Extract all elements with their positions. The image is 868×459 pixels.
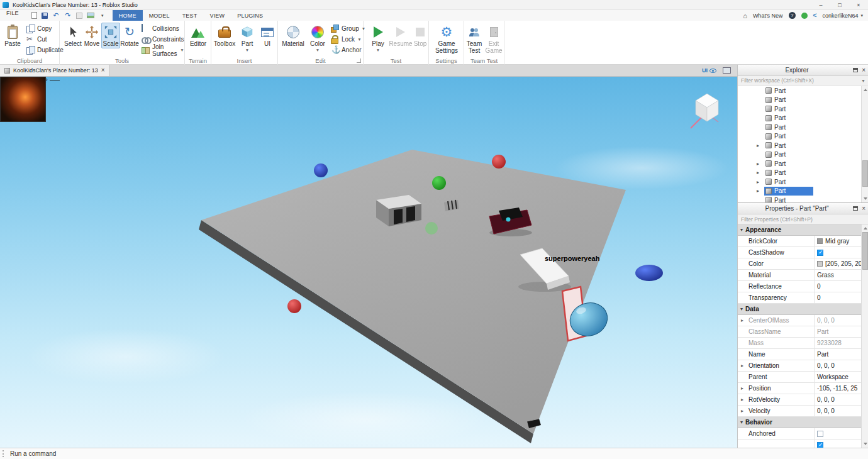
property-value[interactable]: [205, 205, 20... <box>815 258 861 269</box>
float-panel-icon[interactable] <box>853 206 858 211</box>
sphere-part-blue-2[interactable] <box>635 265 663 281</box>
terrain-editor-button[interactable]: Editor <box>187 23 209 48</box>
property-value[interactable]: 0, 0, 0 <box>815 360 861 371</box>
property-value[interactable]: 0, 0, 0 <box>815 394 861 405</box>
sphere-part-red-2[interactable] <box>287 299 301 313</box>
command-bar[interactable]: Run a command <box>10 450 56 457</box>
property-value[interactable]: 0 <box>815 281 861 292</box>
checkbox[interactable] <box>817 250 823 256</box>
join-surfaces-button[interactable]: Join Surfaces▼ <box>140 45 186 55</box>
sphere-part-translucent[interactable] <box>425 222 438 235</box>
collisions-button[interactable]: Collisions <box>140 24 186 33</box>
explorer-item[interactable]: ▸Part <box>738 169 861 178</box>
part-button[interactable]: Part ▼ <box>238 23 257 53</box>
3d-scene[interactable]: superpoweryeah house claim? <box>0 77 737 448</box>
ui-button[interactable]: UI <box>259 23 275 48</box>
collapse-caret-icon[interactable]: ▾ <box>740 419 743 425</box>
save-icon[interactable] <box>42 13 48 19</box>
expand-caret-icon[interactable]: ▸ <box>757 179 759 185</box>
menu-tab-file[interactable]: FILE <box>0 10 25 16</box>
share-icon[interactable]: < <box>813 12 817 19</box>
undo-icon[interactable] <box>52 12 60 19</box>
scroll-up-icon[interactable] <box>864 89 867 91</box>
property-value[interactable] <box>815 440 861 448</box>
explorer-item[interactable]: Part <box>738 123 861 132</box>
maximize-button[interactable]: □ <box>830 0 849 9</box>
property-value[interactable] <box>815 247 861 258</box>
place-tab[interactable]: KoolKidsClan's Place Number: 13 <box>0 65 110 76</box>
property-value[interactable]: -105, -11.5, 25 <box>815 383 861 394</box>
scroll-down-icon[interactable] <box>864 443 867 445</box>
expand-caret-icon[interactable]: ▸ <box>741 408 743 414</box>
new-file-icon[interactable] <box>31 12 37 19</box>
expand-caret-icon[interactable]: ▸ <box>741 397 743 402</box>
explorer-scrollbar[interactable] <box>861 86 868 202</box>
scrollbar-thumb[interactable] <box>862 232 868 270</box>
expand-caret-icon[interactable]: ▸ <box>757 161 759 167</box>
property-value[interactable] <box>815 428 861 439</box>
explorer-item[interactable]: Part <box>738 104 861 114</box>
expand-caret-icon[interactable]: ▸ <box>757 143 759 148</box>
expand-caret-icon[interactable]: ▸ <box>741 318 743 323</box>
explorer-item[interactable]: Part <box>738 96 861 105</box>
cut-button[interactable]: Cut <box>25 35 65 44</box>
property-value[interactable]: Mid gray <box>815 236 861 246</box>
menu-tab-plugins[interactable]: PLUGINS <box>231 10 269 21</box>
sphere-part-red[interactable] <box>492 155 506 169</box>
toolbar-extra-icon[interactable] <box>76 13 82 19</box>
selected-part-trampoline[interactable] <box>562 287 612 341</box>
sphere-part-blue[interactable] <box>314 163 328 177</box>
game-settings-button[interactable]: Game Settings <box>434 23 459 55</box>
paste-button[interactable]: Paste <box>3 23 23 48</box>
explorer-filter-input[interactable]: Filter workspace (Ctrl+Shift+X) ▼ <box>738 76 868 86</box>
screenshot-icon[interactable] <box>87 13 94 18</box>
float-panel-icon[interactable] <box>853 68 858 72</box>
color-swatch[interactable] <box>817 238 823 244</box>
explorer-item[interactable]: Part <box>738 150 861 160</box>
collapse-caret-icon[interactable]: ▾ <box>740 227 743 233</box>
expand-caret-icon[interactable]: ▸ <box>757 170 759 175</box>
tab-close-icon[interactable] <box>101 67 105 74</box>
property-section-data[interactable]: ▾Data <box>738 304 861 315</box>
redo-icon[interactable] <box>64 12 72 19</box>
chevron-down-icon[interactable]: ▼ <box>376 48 380 52</box>
chevron-down-icon[interactable]: ▼ <box>316 48 320 52</box>
color-button[interactable]: Color ▼ <box>308 23 327 53</box>
material-button[interactable]: Material <box>282 23 304 48</box>
expand-caret-icon[interactable]: ▸ <box>741 385 743 391</box>
anchor-button[interactable]: Anchor <box>330 45 367 55</box>
menu-tab-home[interactable]: HOME <box>113 10 143 21</box>
explorer-item[interactable]: ▸Part <box>738 141 861 150</box>
properties-scrollbar[interactable] <box>861 224 868 448</box>
play-button[interactable]: Play ▼ <box>369 23 387 53</box>
explorer-item[interactable]: Part <box>738 196 861 202</box>
group-button[interactable]: Group▼ <box>330 24 367 33</box>
property-value[interactable]: Part <box>815 326 861 337</box>
duplicate-button[interactable]: Duplicate <box>25 45 65 55</box>
property-value[interactable]: Part <box>815 349 861 360</box>
collapse-caret-icon[interactable]: ▾ <box>740 306 743 312</box>
property-section-behavior[interactable]: ▾Behavior <box>738 417 861 428</box>
chevron-down-icon[interactable]: ▼ <box>245 48 249 52</box>
scale-tool-button[interactable]: Scale <box>101 23 120 48</box>
minimize-button[interactable]: – <box>811 0 830 9</box>
explorer-item[interactable]: Part <box>738 132 861 141</box>
menu-tab-model[interactable]: MODEL <box>143 10 176 21</box>
help-icon[interactable]: ? <box>789 12 796 19</box>
view-cube[interactable] <box>691 94 718 128</box>
explorer-item[interactable]: ▸Part <box>738 187 861 196</box>
expand-caret-icon[interactable]: ▸ <box>741 363 743 368</box>
user-menu[interactable]: conkerlikeN64 ▾ <box>822 13 863 19</box>
explorer-item[interactable]: ▸Part <box>738 177 861 187</box>
home-icon[interactable] <box>743 12 747 19</box>
copy-button[interactable]: Copy <box>25 24 65 33</box>
property-value[interactable]: Workspace <box>815 372 861 382</box>
screen-icon[interactable] <box>723 67 731 74</box>
explorer-item[interactable]: ▸Part <box>738 159 861 169</box>
rotate-tool-button[interactable]: Rotate <box>120 23 139 48</box>
property-value[interactable]: 0, 0, 0 <box>815 406 861 416</box>
expand-caret-icon[interactable]: ▸ <box>757 188 759 194</box>
property-value[interactable]: 0, 0, 0 <box>815 315 861 326</box>
close-button[interactable]: × <box>849 0 868 9</box>
toolbar-dropdown-icon[interactable] <box>99 12 106 19</box>
